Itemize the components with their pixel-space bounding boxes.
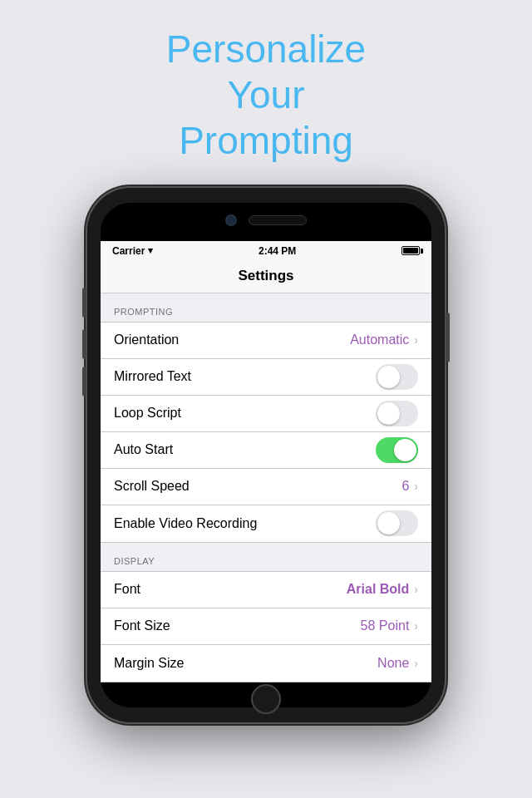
chevron-margin-size: › bbox=[414, 657, 418, 670]
label-margin-size: Margin Size bbox=[114, 656, 184, 671]
toggle-video-recording[interactable] bbox=[376, 510, 418, 536]
battery-fill bbox=[403, 248, 418, 254]
row-scroll-speed[interactable]: Scroll Speed 6 › bbox=[101, 469, 431, 505]
value-margin-size: None bbox=[377, 656, 409, 671]
row-right-margin-size: None › bbox=[377, 656, 418, 671]
row-right-font-size: 58 Point › bbox=[361, 618, 418, 633]
phone-shell: Carrier ▾ 2:44 PM Settings PROMPTING bbox=[87, 188, 445, 722]
chevron-scroll-speed: › bbox=[414, 480, 418, 493]
toggle-thumb-mirrored-text bbox=[377, 366, 400, 388]
toggle-auto-start[interactable] bbox=[376, 437, 418, 463]
battery-icon bbox=[401, 246, 420, 255]
toggle-loop-script[interactable] bbox=[376, 401, 418, 426]
row-auto-start[interactable]: Auto Start bbox=[101, 432, 431, 469]
toggle-thumb-loop-script bbox=[377, 402, 400, 425]
row-right-scroll-speed: 6 › bbox=[401, 479, 418, 494]
label-mirrored-text: Mirrored Text bbox=[114, 369, 191, 384]
section-header-display: DISPLAY bbox=[101, 543, 431, 571]
status-time: 2:44 PM bbox=[259, 245, 296, 257]
speaker-grill bbox=[249, 215, 307, 225]
toggle-thumb-video-recording bbox=[377, 512, 400, 534]
chevron-font-size: › bbox=[414, 619, 418, 633]
label-scroll-speed: Scroll Speed bbox=[114, 479, 190, 494]
nav-title: Settings bbox=[238, 268, 293, 283]
row-right-font: Arial Bold › bbox=[347, 582, 418, 597]
row-font-size[interactable]: Font Size 58 Point › bbox=[101, 608, 431, 645]
label-loop-script: Loop Script bbox=[114, 406, 181, 421]
camera-dot bbox=[225, 214, 237, 226]
value-scroll-speed: 6 bbox=[401, 479, 409, 494]
value-font-size: 58 Point bbox=[361, 618, 410, 633]
row-mirrored-text[interactable]: Mirrored Text bbox=[101, 359, 431, 396]
status-right bbox=[401, 246, 420, 255]
row-font[interactable]: Font Arial Bold › bbox=[101, 572, 431, 608]
value-orientation: Automatic bbox=[350, 332, 409, 347]
row-right-orientation: Automatic › bbox=[350, 332, 418, 347]
label-auto-start: Auto Start bbox=[114, 442, 173, 457]
label-font: Font bbox=[114, 582, 140, 597]
row-margin-size[interactable]: Margin Size None › bbox=[101, 645, 431, 682]
row-video-recording[interactable]: Enable Video Recording bbox=[101, 505, 431, 542]
label-video-recording: Enable Video Recording bbox=[114, 516, 257, 531]
carrier-label: Carrier bbox=[112, 245, 145, 257]
label-font-size: Font Size bbox=[114, 618, 170, 633]
status-bar: Carrier ▾ 2:44 PM bbox=[101, 241, 431, 261]
toggle-mirrored-text[interactable] bbox=[376, 364, 418, 390]
toggle-thumb-auto-start bbox=[394, 439, 416, 461]
hero-title: Personalize Your Prompting bbox=[166, 27, 366, 165]
status-left: Carrier ▾ bbox=[112, 245, 153, 257]
row-loop-script[interactable]: Loop Script bbox=[101, 396, 431, 432]
home-button[interactable] bbox=[251, 684, 281, 714]
display-group: Font Arial Bold › Font Size 58 Point › bbox=[101, 571, 431, 682]
value-font: Arial Bold bbox=[347, 582, 410, 597]
row-orientation[interactable]: Orientation Automatic › bbox=[101, 323, 431, 359]
section-header-prompting: PROMPTING bbox=[101, 293, 431, 322]
settings-content: PROMPTING Orientation Automatic › Mirror… bbox=[101, 293, 431, 682]
prompting-group: Orientation Automatic › Mirrored Text bbox=[101, 322, 431, 543]
nav-bar: Settings bbox=[101, 261, 431, 293]
chevron-font: › bbox=[414, 583, 418, 596]
screen-content: Carrier ▾ 2:44 PM Settings PROMPTING bbox=[101, 241, 431, 682]
wifi-icon: ▾ bbox=[148, 245, 153, 256]
label-orientation: Orientation bbox=[114, 332, 179, 347]
camera-area bbox=[225, 214, 307, 226]
screen-top-bezel bbox=[101, 203, 431, 241]
chevron-orientation: › bbox=[414, 333, 418, 347]
